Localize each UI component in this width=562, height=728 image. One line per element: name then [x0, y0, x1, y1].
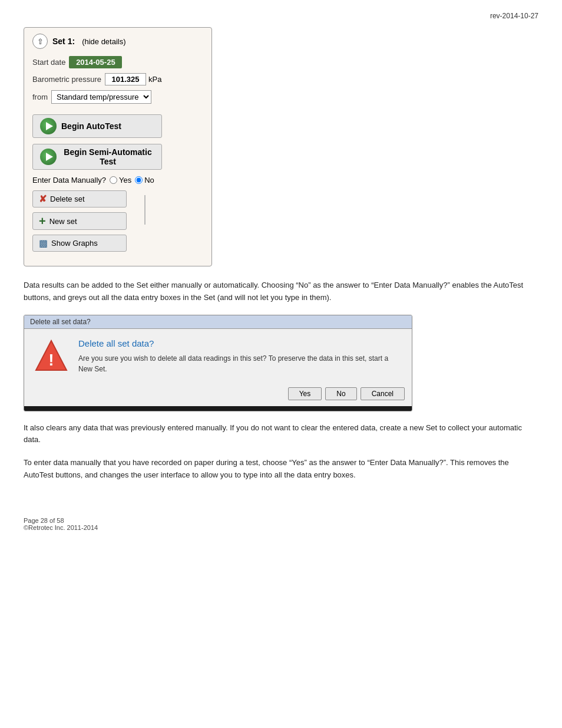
- yes-label: Yes: [119, 176, 131, 185]
- start-date-field[interactable]: 2014-05-25: [69, 56, 122, 68]
- begin-semiauto-label: Begin Semi-Automatic Test: [61, 147, 154, 166]
- dialog-cancel-button[interactable]: Cancel: [361, 387, 405, 400]
- barometric-input[interactable]: [105, 73, 146, 85]
- description-3: To enter data manually that you have rec…: [24, 457, 538, 482]
- ui-panel: ⇧ Set 1: (hide details) Start date 2014-…: [24, 27, 212, 266]
- delete-dialog: Delete all set data? ! Delete all set da…: [24, 315, 412, 411]
- show-graphs-label: Show Graphs: [51, 239, 98, 248]
- manual-question-label: Enter Data Manually?: [32, 176, 106, 185]
- hide-details-link[interactable]: (hide details): [82, 37, 125, 46]
- dialog-message: Are you sure you wish to delete all data…: [78, 353, 402, 374]
- from-label: from: [32, 93, 48, 101]
- dialog-no-button[interactable]: No: [325, 387, 356, 400]
- manual-entry-row: Enter Data Manually? Yes No: [32, 176, 203, 185]
- show-graphs-button[interactable]: ▩ Show Graphs: [32, 235, 127, 252]
- pressure-source-row: from Standard temp/pressure: [32, 90, 203, 104]
- barometric-row: Barometric pressure kPa: [32, 73, 203, 85]
- play-triangle-autotest: [46, 122, 53, 130]
- new-set-button[interactable]: + New set: [32, 212, 127, 230]
- play-icon-semiauto: [40, 149, 57, 165]
- no-radio[interactable]: [135, 176, 143, 184]
- kpa-label: kPa: [148, 75, 161, 84]
- no-label: No: [144, 176, 154, 185]
- start-date-label: Start date: [32, 58, 65, 67]
- delete-set-label: Delete set: [50, 195, 85, 203]
- page-number: Page 28 of 58: [24, 517, 538, 524]
- play-triangle-semiauto: [46, 153, 53, 161]
- begin-semiauto-button[interactable]: Begin Semi-Automatic Test: [32, 144, 162, 170]
- warning-icon-wrap: !: [34, 338, 69, 375]
- no-radio-label[interactable]: No: [135, 176, 154, 185]
- dialog-content: Delete all set data? Are you sure you wi…: [78, 338, 402, 374]
- new-set-label: New set: [49, 217, 77, 226]
- description-2: It also clears any data that was previou…: [24, 422, 538, 447]
- dialog-yes-button[interactable]: Yes: [288, 387, 322, 400]
- dialog-body: ! Delete all set data? Are you sure you …: [24, 329, 412, 383]
- set-header: ⇧ Set 1: (hide details): [32, 34, 203, 49]
- description-1: Data results can be added to the Set eit…: [24, 279, 538, 304]
- dialog-question: Delete all set data?: [78, 338, 402, 348]
- svg-text:!: !: [48, 351, 54, 369]
- begin-autotest-button[interactable]: Begin AutoTest: [32, 114, 162, 138]
- copyright: ©Retrotec Inc. 2011-2014: [24, 524, 538, 531]
- revision-text: rev-2014-10-27: [24, 12, 538, 20]
- bar-chart-icon: ▩: [39, 238, 48, 249]
- delete-set-button[interactable]: ✘ Delete set: [32, 190, 127, 207]
- play-icon-autotest: [40, 118, 57, 134]
- yes-radio[interactable]: [110, 176, 117, 184]
- dialog-footer-bar: [24, 406, 412, 411]
- begin-autotest-label: Begin AutoTest: [61, 121, 121, 131]
- dialog-buttons: Yes No Cancel: [24, 383, 412, 406]
- chevron-up-button[interactable]: ⇧: [32, 34, 48, 49]
- start-date-row: Start date 2014-05-25: [32, 56, 203, 68]
- pressure-source-dropdown[interactable]: Standard temp/pressure: [51, 90, 151, 104]
- plus-icon: +: [39, 215, 46, 227]
- x-icon: ✘: [39, 193, 47, 205]
- yes-radio-label[interactable]: Yes: [110, 176, 131, 185]
- page-footer: Page 28 of 58 ©Retrotec Inc. 2011-2014: [24, 517, 538, 531]
- set-title-label: Set 1:: [52, 37, 75, 46]
- vertical-divider: [144, 195, 146, 225]
- warning-icon: !: [34, 338, 69, 374]
- dialog-title-bar: Delete all set data?: [24, 315, 412, 329]
- barometric-label: Barometric pressure: [32, 75, 101, 84]
